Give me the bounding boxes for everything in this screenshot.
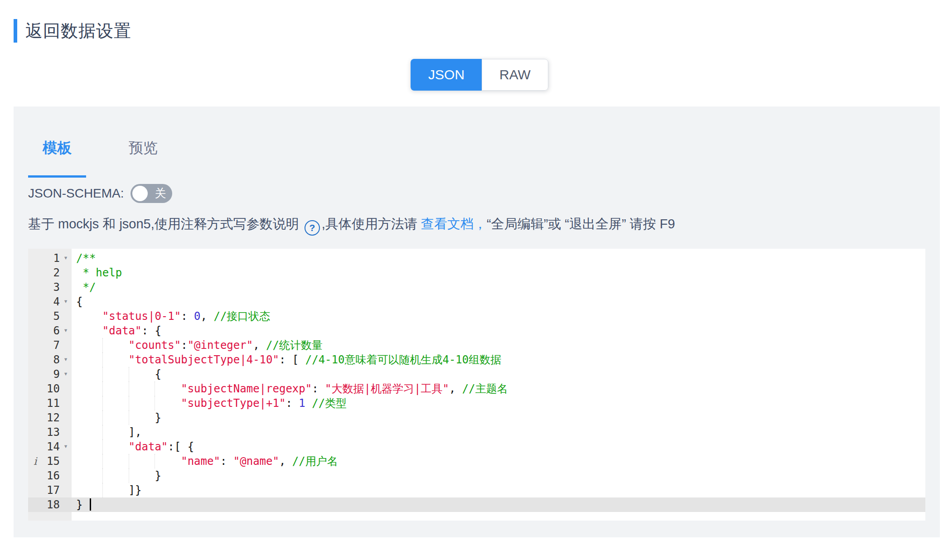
mode-switch-group: JSONRAW	[411, 59, 548, 91]
indent-guide	[129, 381, 129, 396]
tab-preview[interactable]: 预览	[114, 138, 172, 178]
code-token: ,	[279, 455, 292, 468]
fold-arrow-icon[interactable]: ▾	[60, 323, 71, 338]
editor-gutter: 1▾234▾56▾78▾9▾1011121314▾i15161718	[28, 249, 72, 521]
line-number: 13	[47, 426, 60, 439]
toggle-state-label: 关	[155, 186, 166, 201]
code-token: //统计数量	[266, 339, 323, 352]
code-token: ,	[201, 310, 214, 323]
json-schema-toggle[interactable]: 关	[131, 184, 172, 203]
gutter-line-5: 5	[28, 309, 72, 323]
code-line-3[interactable]: */	[72, 280, 925, 294]
code-token: : {	[142, 324, 161, 337]
code-token: "subjectType|+1"	[181, 397, 285, 410]
code-token: :	[181, 310, 194, 323]
gutter-line-18: 18	[28, 497, 72, 512]
mode-button-json[interactable]: JSON	[411, 59, 482, 91]
line-number: 17	[47, 484, 60, 497]
line-number: 9	[53, 368, 60, 381]
code-token: /**	[76, 252, 96, 265]
text-cursor	[90, 498, 91, 511]
code-line-2[interactable]: * help	[72, 266, 925, 280]
line-number: 10	[47, 382, 60, 395]
code-line-4[interactable]: {	[72, 294, 925, 309]
gutter-line-12: 12	[28, 410, 72, 425]
line-number: 7	[53, 339, 60, 352]
line-number: 14	[47, 440, 60, 453]
code-token: {	[76, 295, 82, 308]
code-line-6[interactable]: "data": {	[72, 323, 925, 338]
editor-code[interactable]: /** * help */{ "status|0-1": 0, //接口状态 "…	[72, 249, 925, 521]
line-number: 8	[53, 353, 60, 366]
gutter-line-8: 8▾	[28, 352, 72, 367]
gutter-line-15: i15	[28, 454, 72, 468]
line-number: 6	[53, 324, 60, 337]
indent-guide	[102, 468, 103, 483]
fold-arrow-icon[interactable]: ▾	[60, 251, 71, 265]
code-line-9[interactable]: {	[72, 367, 925, 381]
code-line-17[interactable]: ]}	[72, 483, 925, 497]
indent-guide	[129, 454, 129, 468]
gutter-line-17: 17	[28, 483, 72, 497]
code-token: //接口状态	[213, 310, 270, 323]
gutter-line-16: 16	[28, 468, 72, 483]
code-line-5[interactable]: "status|0-1": 0, //接口状态	[72, 309, 925, 323]
mock-code-editor[interactable]: 1▾234▾56▾78▾9▾1011121314▾i15161718 /** *…	[28, 249, 925, 521]
tab-bar: 模板预览	[28, 106, 925, 178]
code-line-8[interactable]: "totalSubjectType|4-10": [ //4-10意味着可以随机…	[72, 352, 925, 367]
tab-template[interactable]: 模板	[28, 138, 86, 178]
fold-arrow-icon[interactable]: ▾	[60, 294, 71, 309]
instructions-middle: ,具体使用方法请	[322, 217, 421, 231]
code-line-11[interactable]: "subjectType|+1": 1 //类型	[72, 396, 925, 410]
code-line-16[interactable]: }	[72, 468, 925, 483]
line-number: 3	[53, 281, 60, 294]
line-number: 12	[47, 411, 60, 424]
code-token: "counts"	[129, 339, 181, 352]
code-token: ,	[449, 382, 462, 395]
line-number: 15	[47, 455, 60, 468]
json-schema-row: JSON-SCHEMA: 关	[28, 184, 925, 203]
code-line-15[interactable]: "name": "@name", //用户名	[72, 454, 925, 468]
fold-arrow-icon[interactable]: ▾	[60, 367, 71, 381]
indent-guide	[102, 396, 103, 410]
fold-arrow-icon[interactable]: ▾	[60, 439, 71, 454]
indent-guide	[155, 381, 155, 396]
code-token: //类型	[312, 397, 347, 410]
code-token: 1	[299, 397, 305, 410]
code-token	[76, 310, 102, 323]
fold-arrow-icon[interactable]: ▾	[60, 352, 71, 367]
code-line-7[interactable]: "counts":"@integer", //统计数量	[72, 338, 925, 352]
instructions-prefix: 基于 mockjs 和 json5,使用注释方式写参数说明	[28, 217, 303, 231]
code-line-10[interactable]: "subjectName|regexp": "大数据|机器学习|工具", //主…	[72, 381, 925, 396]
code-token: }	[76, 411, 161, 424]
code-line-1[interactable]: /**	[72, 251, 925, 266]
indent-guide	[102, 425, 103, 439]
instructions-suffix: “全局编辑”或 “退出全屏” 请按 F9	[487, 217, 675, 231]
code-line-12[interactable]: }	[72, 410, 925, 425]
gutter-line-4: 4▾	[28, 294, 72, 309]
indent-guide	[102, 338, 103, 352]
code-line-14[interactable]: "data":[ {	[72, 439, 925, 454]
code-token: :	[285, 397, 299, 410]
view-docs-link[interactable]: 查看文档，	[421, 217, 487, 231]
code-token: }	[76, 469, 161, 482]
gutter-line-14: 14▾	[28, 439, 72, 454]
gutter-line-13: 13	[28, 425, 72, 439]
toggle-knob-icon	[132, 186, 148, 201]
code-token: "status|0-1"	[102, 310, 181, 323]
code-line-13[interactable]: ],	[72, 425, 925, 439]
code-token: "大数据|机器学习|工具"	[325, 382, 449, 395]
code-token: "data"	[102, 324, 142, 337]
title-accent-bar	[14, 19, 17, 43]
code-line-18[interactable]: }	[72, 497, 925, 512]
code-token: "totalSubjectType|4-10"	[129, 353, 279, 366]
indent-guide	[155, 454, 155, 468]
gutter-line-7: 7	[28, 338, 72, 352]
code-token: ,	[253, 339, 266, 352]
code-token: //主题名	[462, 382, 508, 395]
code-token	[76, 324, 102, 337]
question-circle-icon[interactable]: ?	[305, 220, 320, 236]
code-token: ]}	[76, 484, 142, 497]
mode-button-raw[interactable]: RAW	[482, 59, 548, 91]
line-number: 4	[53, 295, 60, 308]
